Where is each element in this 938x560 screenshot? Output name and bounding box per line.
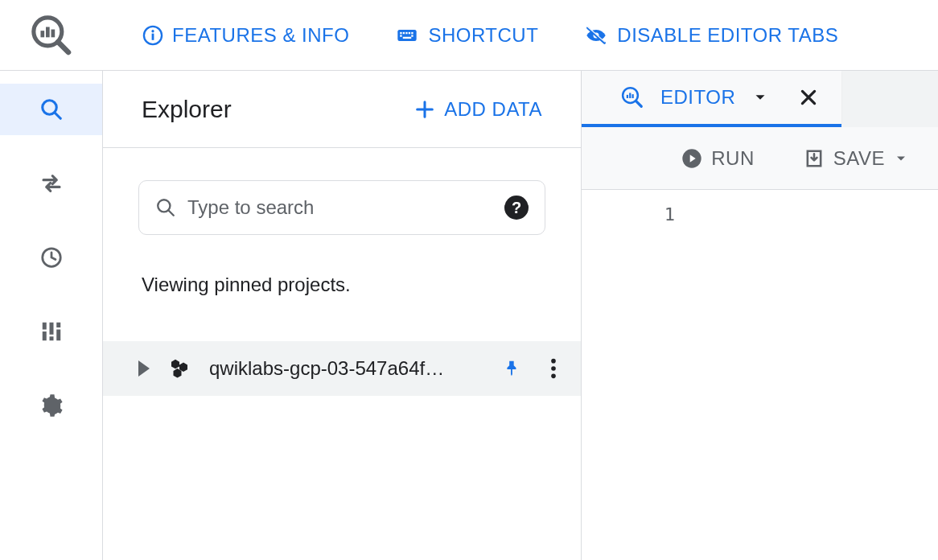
- svg-rect-23: [56, 323, 60, 327]
- svg-rect-8: [401, 31, 402, 33]
- features-info-label: FEATURES & INFO: [172, 24, 349, 47]
- chevron-down-icon[interactable]: [751, 89, 769, 106]
- explorer-search[interactable]: ?: [138, 180, 545, 235]
- svg-rect-10: [406, 31, 408, 33]
- svg-rect-13: [401, 35, 402, 36]
- search-input[interactable]: [187, 196, 493, 219]
- gear-icon: [39, 393, 64, 418]
- product-logo: [0, 13, 103, 58]
- info-icon: [142, 24, 164, 47]
- keyboard-icon: [394, 24, 420, 47]
- shortcut-button[interactable]: SHORTCUT: [394, 24, 538, 47]
- editor-tab[interactable]: EDITOR: [582, 71, 841, 127]
- nav-sql-workspace[interactable]: [0, 84, 102, 135]
- header-actions: FEATURES & INFO SHORTCUT DISABLE EDITOR …: [103, 24, 838, 47]
- svg-rect-11: [409, 31, 410, 33]
- clock-icon: [39, 245, 64, 270]
- explorer-title: Explorer: [142, 96, 232, 123]
- capacity-icon: [38, 319, 65, 344]
- nav-data-transfers[interactable]: [0, 158, 102, 209]
- search-icon: [155, 197, 176, 218]
- svg-rect-14: [412, 35, 413, 36]
- svg-rect-15: [403, 36, 412, 38]
- run-label: RUN: [711, 147, 755, 170]
- svg-rect-30: [627, 95, 628, 98]
- svg-rect-24: [56, 330, 60, 341]
- play-icon: [681, 147, 703, 170]
- bigquery-logo-icon: [29, 13, 74, 58]
- visibility-off-icon: [583, 24, 609, 47]
- explorer-header: Explorer ADD DATA: [103, 71, 581, 148]
- svg-point-27: [551, 366, 556, 371]
- project-icon: [167, 356, 191, 381]
- shortcut-label: SHORTCUT: [428, 24, 538, 47]
- svg-rect-6: [152, 33, 154, 39]
- pin-icon[interactable]: [502, 357, 520, 380]
- svg-rect-3: [51, 29, 56, 37]
- editor-toolbar: RUN SAVE: [582, 127, 938, 190]
- svg-rect-9: [403, 31, 405, 33]
- add-data-label: ADD DATA: [444, 98, 542, 121]
- more-icon[interactable]: [550, 357, 557, 380]
- svg-rect-12: [412, 31, 413, 33]
- transfer-icon: [39, 171, 64, 196]
- features-info-button[interactable]: FEATURES & INFO: [142, 24, 349, 47]
- svg-point-28: [551, 374, 556, 379]
- svg-point-5: [151, 30, 154, 32]
- run-button[interactable]: RUN: [681, 147, 755, 170]
- svg-rect-22: [49, 336, 53, 340]
- svg-rect-1: [40, 31, 44, 37]
- nav-scheduled-queries[interactable]: [0, 232, 102, 283]
- svg-rect-2: [46, 27, 50, 37]
- nav-settings[interactable]: [0, 380, 102, 431]
- bigquery-tab-icon: [620, 85, 644, 109]
- project-name: qwiklabs-gcp-03-547a64f…: [209, 357, 484, 380]
- save-icon: [803, 147, 825, 170]
- search-icon: [39, 97, 64, 121]
- svg-rect-32: [632, 94, 634, 98]
- svg-rect-31: [629, 93, 631, 99]
- nav-rail: [0, 71, 103, 560]
- svg-point-26: [551, 359, 556, 364]
- project-row[interactable]: qwiklabs-gcp-03-547a64f…: [103, 341, 581, 396]
- svg-rect-19: [42, 323, 46, 330]
- pinned-projects-message: Viewing pinned projects.: [142, 274, 545, 296]
- save-button[interactable]: SAVE: [803, 147, 909, 170]
- disable-tabs-label: DISABLE EDITOR TABS: [617, 24, 838, 47]
- help-icon[interactable]: ?: [504, 196, 529, 220]
- line-number-gutter: 1: [582, 190, 694, 560]
- editor-panel: EDITOR RUN SAVE 1: [582, 71, 938, 560]
- expand-icon[interactable]: [138, 360, 150, 377]
- line-number: 1: [582, 204, 675, 224]
- editor-tab-label: EDITOR: [660, 86, 735, 109]
- code-editor[interactable]: 1: [582, 190, 938, 560]
- close-icon[interactable]: [798, 87, 819, 108]
- explorer-panel: Explorer ADD DATA ? Viewing pinned proje…: [103, 71, 582, 560]
- nav-reservations[interactable]: [0, 306, 102, 357]
- add-data-button[interactable]: ADD DATA: [413, 98, 542, 121]
- save-label: SAVE: [833, 147, 885, 170]
- disable-editor-tabs-button[interactable]: DISABLE EDITOR TABS: [583, 24, 838, 47]
- top-header: FEATURES & INFO SHORTCUT DISABLE EDITOR …: [0, 0, 938, 71]
- plus-icon: [413, 98, 436, 121]
- svg-rect-20: [42, 331, 46, 340]
- chevron-down-icon: [893, 150, 909, 167]
- svg-rect-21: [49, 323, 53, 335]
- editor-tabs: EDITOR: [582, 71, 938, 127]
